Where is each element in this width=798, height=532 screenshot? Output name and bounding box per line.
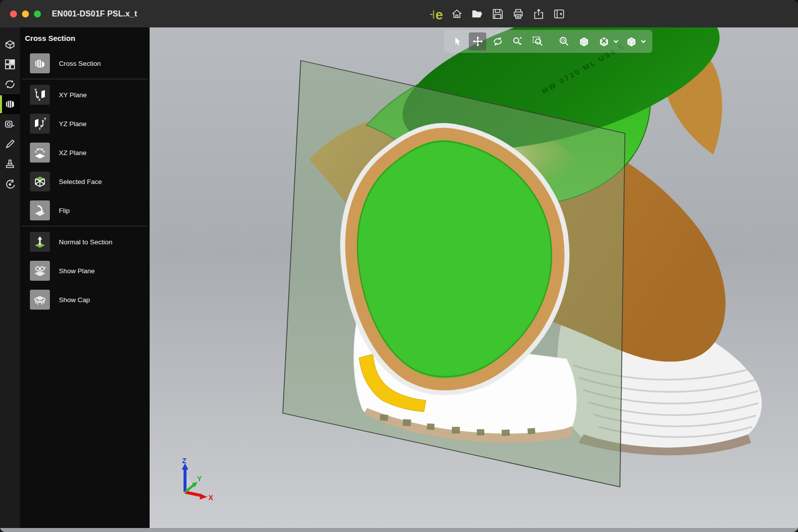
save-icon[interactable]	[491, 7, 504, 20]
app-window: EN001-DS01F PSL.x_t e	[0, 0, 798, 532]
panel-item-selected-face[interactable]: Selected Face	[20, 167, 150, 196]
flip-icon	[30, 200, 50, 220]
rotate-tool-button[interactable]	[489, 32, 506, 50]
window-bottom-edge	[0, 528, 798, 532]
axis-z-label: Z	[182, 457, 187, 465]
minimize-button[interactable]	[22, 10, 29, 17]
rail-item-model-view[interactable]	[0, 34, 20, 54]
scene-canvas: MW 0720 ML US9.5	[150, 27, 798, 528]
svg-text:z: z	[39, 127, 41, 130]
panel-item-show-cap[interactable]: Show Cap	[20, 285, 150, 314]
section-view-button[interactable]	[595, 32, 612, 50]
axis-y-label: Y	[197, 475, 202, 483]
window-title: EN001-DS01F PSL.x_t	[52, 9, 137, 18]
show-cap-icon	[30, 290, 50, 310]
zoom-area-tool-button[interactable]	[529, 32, 546, 50]
edrawings-logo-icon: e	[430, 7, 443, 20]
view-orientation-button[interactable]	[575, 32, 593, 50]
home-icon[interactable]	[450, 7, 463, 20]
section-cap-green-face	[352, 134, 558, 384]
share-icon[interactable]	[532, 7, 545, 20]
zoom-tool-button[interactable]	[509, 32, 526, 50]
panel-title: Cross Section	[20, 27, 150, 49]
cross-section-panel: Cross Section Cross Section Yx XY Plane …	[20, 27, 150, 528]
print-icon[interactable]	[512, 7, 525, 20]
panel-item-xy-plane[interactable]: Yx XY Plane	[20, 80, 150, 109]
display-style-chevron-icon[interactable]	[640, 39, 646, 43]
rail-item-animation[interactable]	[0, 74, 20, 94]
svg-text:x: x	[38, 98, 40, 101]
yz-plane-icon: Yz	[30, 114, 50, 134]
traffic-lights	[10, 10, 41, 17]
panel-item-xz-plane[interactable]: zx XZ Plane	[20, 138, 150, 167]
panel-item-yz-plane[interactable]: Yz YZ Plane	[20, 109, 150, 138]
display-style-button[interactable]	[622, 32, 640, 50]
pan-tool-button[interactable]	[469, 32, 486, 50]
close-button[interactable]	[10, 10, 17, 17]
svg-text:z: z	[35, 149, 37, 154]
panel-item-label: Show Cap	[59, 296, 90, 304]
rail-item-stamp[interactable]	[0, 154, 20, 174]
svg-text:x: x	[43, 149, 45, 154]
rail-item-measure[interactable]	[0, 114, 20, 134]
open-file-icon[interactable]	[471, 7, 484, 20]
panel-item-label: XZ Plane	[59, 149, 87, 157]
viewport-toolbar	[444, 30, 652, 53]
zoom-button[interactable]	[34, 10, 41, 17]
selected-face-icon	[30, 172, 50, 191]
panel-item-label: Flip	[59, 207, 70, 214]
panel-item-normal-to-section[interactable]: Normal to Section	[20, 227, 150, 256]
svg-text:Y: Y	[44, 117, 46, 121]
panel-divider	[22, 226, 148, 226]
panel-item-show-plane[interactable]: Show Plane	[20, 256, 150, 285]
panel-item-flip[interactable]: Flip	[20, 196, 150, 225]
toggle-panel-icon[interactable]	[553, 7, 566, 20]
axis-x-label: X	[208, 494, 213, 502]
rail-item-reset-view[interactable]	[0, 174, 20, 194]
show-plane-icon	[30, 261, 50, 281]
rail-item-markup[interactable]	[0, 134, 20, 154]
section-view-chevron-icon[interactable]	[613, 39, 619, 43]
viewport-3d[interactable]: MW 0720 ML US9.5	[150, 27, 798, 528]
xy-plane-icon: Yx	[30, 85, 50, 105]
tool-rail	[0, 27, 20, 528]
panel-item-label: Show Plane	[59, 267, 95, 275]
section-cap	[352, 134, 558, 384]
titlebar: EN001-DS01F PSL.x_t e	[0, 0, 798, 27]
panel-item-label: YZ Plane	[59, 120, 87, 128]
rail-item-cross-section[interactable]	[0, 94, 20, 114]
panel-item-label: XY Plane	[59, 91, 87, 99]
xz-plane-icon: zx	[30, 143, 50, 163]
select-tool-button[interactable]	[449, 32, 466, 50]
panel-item-label: Normal to Section	[59, 238, 112, 246]
panel-item-cross-section[interactable]: Cross Section	[20, 49, 150, 78]
svg-text:Y: Y	[34, 88, 37, 92]
panel-item-label: Selected Face	[59, 178, 102, 185]
cross-section-icon	[30, 53, 50, 73]
zoom-fit-button[interactable]	[555, 32, 573, 50]
axis-x-arrow	[200, 494, 207, 500]
panel-item-label: Cross Section	[59, 60, 101, 67]
panel-divider	[22, 79, 148, 79]
axis-triad: Z Y X	[173, 457, 217, 507]
normal-to-section-icon	[30, 232, 50, 252]
rail-item-components[interactable]	[0, 54, 20, 74]
